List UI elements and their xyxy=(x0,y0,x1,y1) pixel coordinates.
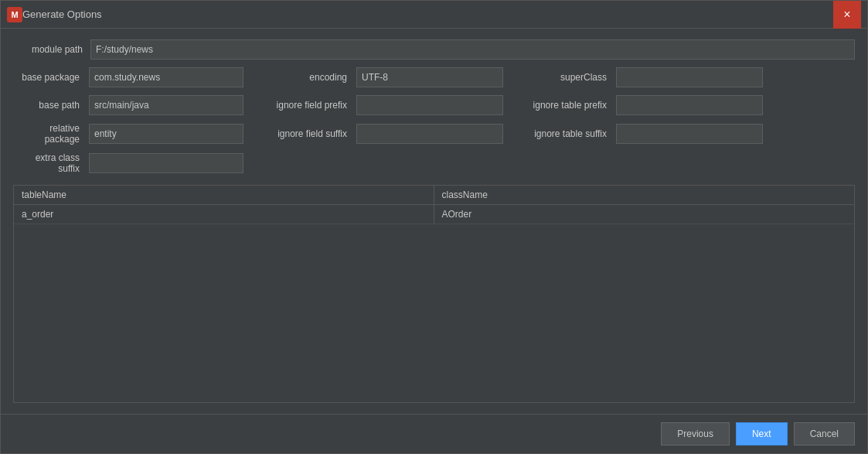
table-row[interactable]: a_order AOrder xyxy=(14,205,854,224)
encoding-label: encoding xyxy=(250,72,350,83)
base-package-input[interactable] xyxy=(89,67,243,87)
close-button[interactable]: × xyxy=(833,1,861,29)
super-class-label: superClass xyxy=(509,72,610,83)
fields-grid-row3: relative package ignore field suffix ign… xyxy=(13,123,855,145)
app-icon: M xyxy=(7,7,22,22)
main-window: M Generate Options × module path base pa… xyxy=(0,0,868,454)
base-path-label: base path xyxy=(13,100,83,111)
table-header-classname: className xyxy=(434,186,855,204)
base-path-input[interactable] xyxy=(89,95,243,115)
table-cell-tablename: a_order xyxy=(14,205,434,224)
ignore-table-prefix-cell xyxy=(616,95,763,115)
ignore-field-suffix-input[interactable] xyxy=(356,124,503,144)
super-class-cell xyxy=(616,67,763,87)
base-package-cell xyxy=(89,67,243,87)
super-class-input[interactable] xyxy=(616,67,763,87)
ignore-table-suffix-cell xyxy=(616,124,763,144)
table-cell-classname: AOrder xyxy=(434,205,855,224)
fields-grid-row1: base package encoding superClass xyxy=(13,67,855,87)
relative-package-cell xyxy=(89,124,243,144)
cancel-button[interactable]: Cancel xyxy=(794,422,855,445)
relative-package-input[interactable] xyxy=(89,124,243,144)
footer: Previous Next Cancel xyxy=(1,414,867,453)
ignore-field-prefix-label: ignore field prefix xyxy=(250,100,350,111)
extra-class-suffix-label: extra class suffix xyxy=(13,152,83,174)
encoding-cell xyxy=(356,67,503,87)
module-path-input[interactable] xyxy=(90,39,855,60)
ignore-field-prefix-input[interactable] xyxy=(356,95,503,115)
content-area: module path base package encoding superC… xyxy=(1,29,867,414)
ignore-table-prefix-label: ignore table prefix xyxy=(509,100,610,111)
table-header-tablename: tableName xyxy=(14,186,434,204)
ignore-table-suffix-input[interactable] xyxy=(616,124,763,144)
ignore-field-prefix-cell xyxy=(356,95,503,115)
ignore-table-suffix-label: ignore table suffix xyxy=(509,128,610,139)
ignore-field-suffix-label: ignore field suffix xyxy=(250,128,350,139)
window-title: Generate Options xyxy=(22,9,833,20)
title-bar: M Generate Options × xyxy=(1,1,867,29)
extra-class-suffix-cell xyxy=(89,153,243,173)
encoding-input[interactable] xyxy=(356,67,503,87)
table-header: tableName className xyxy=(14,186,854,205)
fields-grid-row4: extra class suffix xyxy=(13,152,855,174)
base-path-cell xyxy=(89,95,243,115)
ignore-table-prefix-input[interactable] xyxy=(616,95,763,115)
extra-class-suffix-input[interactable] xyxy=(89,153,243,173)
module-path-label: module path xyxy=(13,44,83,55)
base-package-label: base package xyxy=(13,72,83,83)
table-body: a_order AOrder xyxy=(14,205,854,402)
fields-grid-row2: base path ignore field prefix ignore tab… xyxy=(13,95,855,115)
relative-package-label: relative package xyxy=(13,123,83,145)
previous-button[interactable]: Previous xyxy=(661,422,730,445)
module-path-row: module path xyxy=(13,39,855,60)
table-container: tableName className a_order AOrder xyxy=(13,185,855,403)
next-button[interactable]: Next xyxy=(736,422,788,445)
ignore-field-suffix-cell xyxy=(356,124,503,144)
